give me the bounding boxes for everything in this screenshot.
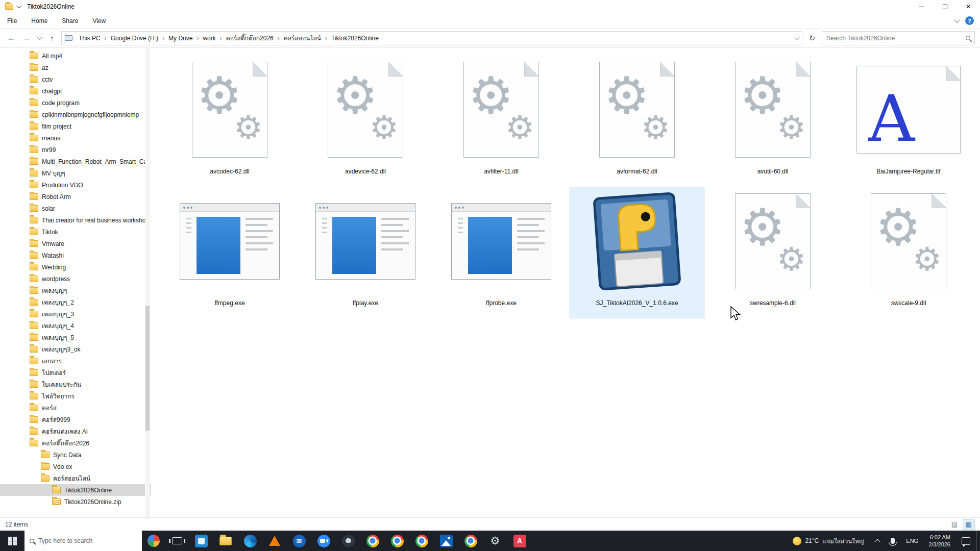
- taskbar-app-settings-app[interactable]: ⚙: [483, 531, 507, 551]
- language-indicator[interactable]: ENG: [901, 538, 923, 544]
- back-button[interactable]: ←: [5, 32, 17, 44]
- sidebar-item[interactable]: Tiktok: [0, 226, 151, 238]
- file-item[interactable]: ⚙⚙swresample-6.dll: [705, 187, 840, 318]
- colorful-app-button[interactable]: [142, 531, 165, 551]
- file-item[interactable]: ⚙⚙avdevice-62.dll: [298, 55, 433, 187]
- taskbar-app-photos-app[interactable]: [434, 531, 458, 551]
- taskbar-app-file-explorer[interactable]: [213, 531, 238, 551]
- breadcrumb-item[interactable]: คอร์สออนไลน์: [281, 32, 324, 44]
- search-input[interactable]: [826, 35, 963, 42]
- sidebar-item[interactable]: ไฟล์วิทยากร: [0, 390, 151, 402]
- taskbar-app-red-app[interactable]: A: [507, 531, 532, 551]
- breadcrumb-item[interactable]: work: [200, 34, 218, 43]
- file-item[interactable]: ffprobe.exe: [434, 187, 569, 318]
- sidebar-item[interactable]: Multi_Function_Robot_Arm_Smart_Car: [0, 156, 151, 167]
- refresh-button[interactable]: ↻: [805, 32, 819, 45]
- ribbon-tab-home[interactable]: Home: [24, 13, 55, 28]
- sidebar-item[interactable]: Vmware: [0, 238, 151, 249]
- breadcrumb-item[interactable]: Tiktok2026Online: [328, 34, 382, 43]
- start-button[interactable]: [0, 531, 24, 551]
- breadcrumb-item[interactable]: Google Drive (H:): [108, 34, 161, 43]
- search-box[interactable]: [822, 31, 975, 45]
- taskbar-app-github-desktop[interactable]: [336, 531, 360, 551]
- ribbon-tab-share[interactable]: Share: [55, 13, 85, 28]
- address-dropdown-chevron-icon[interactable]: [795, 35, 800, 40]
- taskbar-app-camera-app[interactable]: [311, 531, 336, 551]
- file-item[interactable]: ⚙⚙avutil-60.dll: [705, 55, 840, 187]
- quick-access-toolbar-chevron-icon[interactable]: [17, 4, 22, 9]
- file-item[interactable]: ffmpeg.exe: [162, 187, 297, 318]
- forward-button[interactable]: →: [20, 32, 33, 44]
- sidebar-item[interactable]: Wedding: [0, 261, 151, 273]
- taskbar-app-blue-window-app[interactable]: [189, 531, 213, 551]
- taskbar-app-chrome-browser-4[interactable]: [458, 531, 483, 551]
- file-item[interactable]: ⚙⚙avformat-62.dll: [570, 55, 704, 187]
- sidebar-item[interactable]: เพลงบุญๆ_5: [0, 332, 151, 343]
- sidebar-item[interactable]: คอร์สออนไลน์: [0, 472, 151, 484]
- sidebar-item[interactable]: ใบเคลมประกัน: [0, 379, 151, 390]
- sidebar-item[interactable]: film project: [0, 120, 151, 132]
- file-item[interactable]: ABaiJamjuree-Regular.ttf: [841, 55, 976, 187]
- sidebar-item[interactable]: เพลงบุญๆ_4: [0, 320, 151, 332]
- sidebar-item[interactable]: chatgpt: [0, 85, 151, 97]
- sidebar-item[interactable]: Robot Arm: [0, 191, 151, 203]
- sidebar-item[interactable]: Prodution VDO: [0, 179, 151, 191]
- sidebar-item[interactable]: code program: [0, 97, 151, 109]
- sidebar-item[interactable]: คอร์สแต่งเพลง Ai: [0, 425, 151, 437]
- sidebar-item[interactable]: เพลงบุญๆ3_ok: [0, 343, 151, 355]
- close-button[interactable]: ✕: [957, 0, 980, 13]
- sidebar-item[interactable]: az: [0, 62, 151, 73]
- file-item[interactable]: ffplay.exe: [298, 187, 433, 318]
- breadcrumb-item[interactable]: คอร์สติ๊กต๊อก2026: [223, 32, 277, 44]
- sidebar-item[interactable]: Vdo ex: [0, 461, 151, 472]
- sidebar-item[interactable]: เพลงบุญๆ: [0, 285, 151, 296]
- file-item[interactable]: SJ_TiktokAI2026_V_1.0.6.exe: [570, 187, 704, 318]
- sidebar-item[interactable]: เอกสาร: [0, 355, 151, 367]
- taskbar-app-chrome-browser[interactable]: [360, 531, 385, 551]
- file-item[interactable]: ⚙⚙avcodec-62.dll: [162, 55, 297, 187]
- sidebar-item[interactable]: Watashi: [0, 249, 151, 261]
- taskbar-app-vlc-player[interactable]: [262, 531, 287, 551]
- taskbar-app-edge-browser[interactable]: [238, 531, 262, 551]
- sidebar-item[interactable]: Tiktok2026Online.zip: [0, 496, 151, 508]
- up-button[interactable]: ↑: [46, 32, 58, 44]
- taskbar-search-input[interactable]: [38, 537, 137, 544]
- taskbar-app-chrome-browser-3[interactable]: [409, 531, 434, 551]
- help-icon[interactable]: ?: [965, 16, 974, 25]
- taskbar-clock[interactable]: 6:02 AM 2/3/2026: [923, 534, 955, 548]
- sidebar-item[interactable]: คอร์สติ๊กต๊อก2026: [0, 437, 151, 449]
- sidebar-item[interactable]: All mp4: [0, 50, 151, 62]
- sidebar-item[interactable]: cctv: [0, 73, 151, 85]
- ribbon-tab-view[interactable]: View: [85, 13, 113, 28]
- breadcrumb-item[interactable]: My Drive: [165, 34, 195, 43]
- sidebar-item[interactable]: คอร์ส: [0, 402, 151, 414]
- recent-locations-chevron-icon[interactable]: [36, 32, 43, 44]
- details-view-button[interactable]: ▤: [948, 519, 961, 530]
- sidebar-item[interactable]: Tiktok2026Online: [0, 484, 151, 496]
- taskbar-app-mail-app[interactable]: ✉: [287, 531, 311, 551]
- sidebar-item[interactable]: คอร์ส9999: [0, 414, 151, 425]
- sidebar-item[interactable]: เพลงบุญๆ_3: [0, 308, 151, 320]
- sidebar-item[interactable]: เพลงบุญๆ_2: [0, 296, 151, 308]
- show-desktop-button[interactable]: [976, 531, 980, 551]
- sidebar-item[interactable]: Thai creator for real business workshop: [0, 214, 151, 226]
- hidden-icons-chevron-icon[interactable]: [875, 539, 880, 544]
- sidebar-item[interactable]: Sync Data: [0, 449, 151, 461]
- microphone-tray-icon[interactable]: [891, 538, 895, 544]
- action-center-icon[interactable]: [962, 537, 970, 545]
- sidebar-item[interactable]: MV บุญๆ: [0, 167, 151, 179]
- task-view-button[interactable]: [165, 531, 189, 551]
- taskbar-app-chrome-browser-2[interactable]: [385, 531, 409, 551]
- sidebar-item[interactable]: manus: [0, 132, 151, 144]
- ribbon-tab-file[interactable]: File: [0, 13, 24, 28]
- address-bar[interactable]: This PC›Google Drive (H:)›My Drive›work›…: [61, 31, 802, 45]
- taskbar-search[interactable]: [24, 531, 142, 551]
- weather-widget[interactable]: 21°C แจ่มใสส่วนใหญ่: [787, 531, 870, 551]
- ribbon-expand-chevron-icon[interactable]: [954, 17, 960, 22]
- sidebar-item[interactable]: โปสเตอร์: [0, 367, 151, 379]
- file-item[interactable]: ⚙⚙swscale-9.dll: [841, 187, 976, 318]
- breadcrumb-item[interactable]: This PC: [76, 34, 104, 43]
- minimize-button[interactable]: [910, 0, 933, 13]
- sidebar-scrollbar[interactable]: [145, 48, 150, 517]
- scrollbar-thumb[interactable]: [145, 306, 150, 431]
